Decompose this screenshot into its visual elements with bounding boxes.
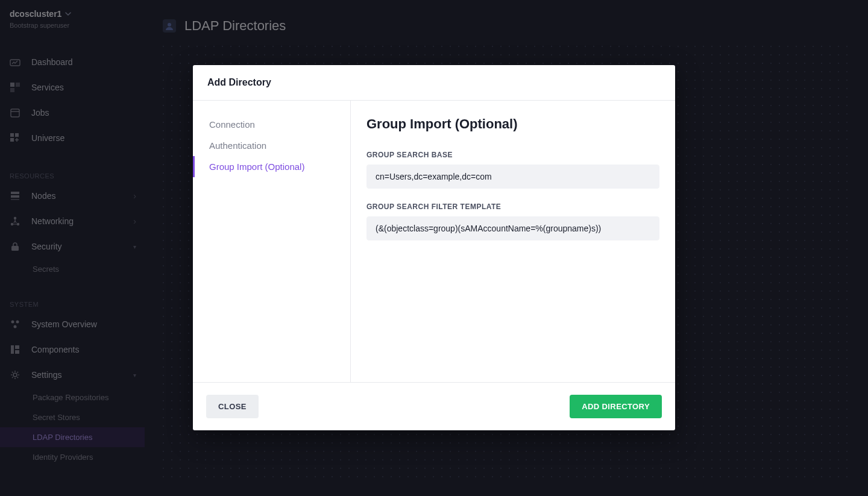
group-search-base-label: GROUP SEARCH BASE (366, 151, 453, 159)
tab-connection[interactable]: Connection (193, 114, 350, 135)
modal-body: Connection Authentication Group Import (… (193, 101, 675, 382)
modal-tabs: Connection Authentication Group Import (… (193, 101, 351, 382)
panel-title: Group Import (Optional) (366, 116, 659, 132)
modal-footer: CLOSE ADD DIRECTORY (193, 382, 675, 430)
add-directory-modal: Add Directory Connection Authentication … (193, 65, 675, 430)
modal-title: Add Directory (193, 65, 675, 101)
group-search-base-input[interactable] (366, 165, 659, 189)
modal-content: Group Import (Optional) GROUP SEARCH BAS… (351, 101, 675, 382)
tab-group-import[interactable]: Group Import (Optional) (193, 156, 350, 177)
add-directory-button[interactable]: ADD DIRECTORY (570, 395, 662, 418)
close-button[interactable]: CLOSE (206, 395, 259, 418)
tab-authentication[interactable]: Authentication (193, 135, 350, 156)
group-search-filter-input[interactable] (366, 216, 659, 240)
group-search-filter-label: GROUP SEARCH FILTER TEMPLATE (366, 202, 501, 211)
